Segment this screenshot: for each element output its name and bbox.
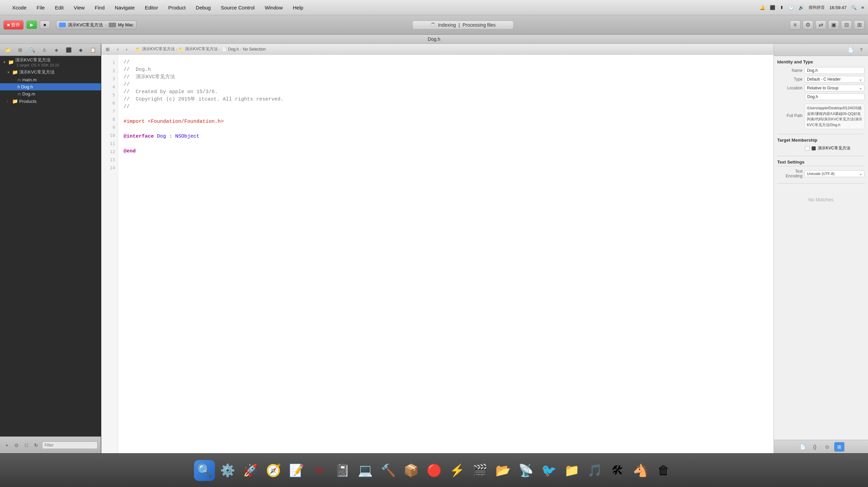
project-subtitle: 1 target, OS X SDK 10.10	[17, 63, 59, 67]
sidebar-warning-icon[interactable]: ⚠	[40, 46, 49, 54]
menu-item-window[interactable]: Window	[263, 4, 284, 11]
layout-button-3[interactable]: ⊞	[854, 20, 865, 30]
breadcrumb-file[interactable]: 📄 Dog.h	[222, 47, 239, 52]
sidebar-breakpoint-icon[interactable]: ◆	[77, 46, 85, 54]
group-demo-item[interactable]: ▼ 📁 演示KVC常见方法	[0, 68, 101, 76]
stop-button[interactable]: ■ 暂停	[3, 20, 24, 30]
sidebar-test-icon[interactable]: ◈	[52, 46, 60, 54]
airplay-icon[interactable]: ⬆	[780, 5, 784, 10]
line-num-7: 7	[101, 107, 118, 115]
type-select[interactable]: Default - C Header ⌄	[805, 76, 865, 83]
menu-item-edit[interactable]: Edit	[53, 4, 66, 11]
dock-item-18[interactable]: 🛠	[607, 460, 628, 481]
search-icon[interactable]: 🔍	[851, 5, 857, 10]
sidebar-report-icon[interactable]: 📋	[89, 46, 97, 54]
project-arrow: ▼	[3, 60, 7, 64]
dock-itunes[interactable]: 🎵	[584, 460, 605, 481]
menu-item-view[interactable]: View	[72, 4, 87, 11]
code-editor[interactable]: 1 2 3 4 5 6 7 8 9 10 11 12 13 14	[101, 55, 774, 453]
dock-item-9[interactable]: 📦	[401, 460, 422, 481]
build-stop-button[interactable]: ■	[40, 21, 50, 29]
add-file-button[interactable]: +	[3, 441, 10, 449]
layout-button-1[interactable]: ▣	[828, 20, 839, 30]
dock-item-12[interactable]: 🎬	[469, 460, 490, 481]
file-dog-m-item[interactable]: › m Dog.m	[0, 90, 101, 97]
breadcrumb-no-selection-label: No Selection	[243, 47, 266, 52]
name-value[interactable]: Dog.h	[805, 67, 865, 74]
run-button[interactable]: ▶	[26, 21, 37, 29]
forward-button[interactable]: ›	[123, 46, 130, 53]
debug-toggle-button[interactable]: ⚙	[803, 20, 813, 30]
menu-item-source-control[interactable]: Source Control	[219, 4, 256, 11]
menu-item-product[interactable]: Product	[166, 4, 188, 11]
dock-item-13[interactable]: 📂	[492, 460, 513, 481]
dock-finder[interactable]: 🔍	[194, 460, 215, 481]
time-machine-icon[interactable]: 🕐	[788, 5, 794, 10]
group-products-item[interactable]: › 📁 Products	[0, 97, 101, 105]
dock-notes[interactable]: 📝	[286, 460, 307, 481]
code-line-3: // 演示KVC常见方法	[124, 74, 175, 80]
location-select[interactable]: Relative to Group ⌄	[805, 85, 865, 91]
layout-button-2[interactable]: ⊟	[841, 20, 852, 30]
dock-safari[interactable]: 🧭	[263, 460, 284, 481]
sidebar-debug-icon[interactable]: ⬛	[64, 46, 73, 54]
sidebar-header: 📁 ⊞ 🔍 ⚠ ◈ ⬛ ◆ 📋	[0, 44, 101, 56]
sidebar-folder-icon[interactable]: 📁	[4, 46, 12, 54]
inspector-tab-quick-help[interactable]: ⊙	[822, 442, 832, 452]
control-panel-icon[interactable]: ≡	[861, 5, 864, 10]
project-root-item[interactable]: ▼ 📁 演示KVC常见方法 1 target, OS X SDK 10.10	[0, 56, 101, 68]
inspector-tab-code[interactable]: {}	[810, 442, 820, 452]
dock-item-11[interactable]: ⚡	[446, 460, 467, 481]
breadcrumb-no-selection[interactable]: No Selection	[243, 47, 266, 52]
screen-record-icon[interactable]: ⬛	[770, 5, 775, 10]
back-button[interactable]: ‹	[114, 46, 121, 53]
dock-launchpad[interactable]: 🚀	[240, 460, 261, 481]
sidebar-search-icon[interactable]: 🔍	[28, 46, 36, 54]
dock-onenote[interactable]: 📓	[332, 460, 353, 481]
inspector-file-icon[interactable]: 📄	[846, 46, 855, 54]
menu-item-xcode[interactable]: Xcode	[10, 4, 29, 11]
text-encoding-select[interactable]: Unicode (UTF-8) ⌄	[805, 170, 865, 177]
menu-item-editor[interactable]: Editor	[143, 4, 160, 11]
dock-files[interactable]: 📁	[561, 460, 582, 481]
inspector-tab-file[interactable]: 📄	[798, 442, 808, 452]
content-area: 📁 ⊞ 🔍 ⚠ ◈ ⬛ ◆ 📋 ▼ 📁 演示KVC常见方法	[0, 44, 868, 453]
code-content[interactable]: // // Dog.h // 演示KVC常见方法 // // Created b…	[118, 55, 774, 453]
dock-filezilla[interactable]: 📡	[515, 460, 536, 481]
sidebar-source-icon[interactable]: ⊞	[16, 46, 24, 54]
dock-item-10[interactable]: 🔴	[424, 460, 444, 481]
code-line-13: @end	[124, 148, 136, 154]
menu-item-file[interactable]: File	[35, 4, 47, 11]
dock-terminal[interactable]: 💻	[355, 460, 376, 481]
cycle-button[interactable]: ↻	[32, 441, 39, 449]
inspector-tab-history[interactable]: ⊞	[834, 442, 844, 452]
dock-trash[interactable]: 🗑	[653, 460, 674, 481]
dock-xcode[interactable]: 🔨	[378, 460, 399, 481]
dock-item-15[interactable]: 🐦	[538, 460, 559, 481]
menu-item-navigate[interactable]: Navigate	[113, 4, 137, 11]
dock-cut[interactable]: ✂	[309, 460, 330, 481]
target-checkbox[interactable]	[805, 146, 810, 151]
file-main-m-item[interactable]: › m main.m	[0, 76, 101, 83]
dock-preferences[interactable]: ⚙️	[217, 460, 238, 481]
sidebar-filter-input[interactable]	[42, 441, 98, 449]
history-button[interactable]: ⊙	[13, 441, 20, 449]
scheme-selector[interactable]: 演示KVC常见方法 › My Mac	[56, 21, 137, 29]
text-settings-title: Text Settings	[777, 160, 865, 166]
menu-item-help[interactable]: Help	[291, 4, 305, 11]
bookmark-button[interactable]: □	[23, 441, 30, 449]
breadcrumb-group[interactable]: 📁 演示KVC常见方法	[179, 46, 218, 52]
notification-icon[interactable]: 🔔	[760, 5, 765, 10]
menu-item-debug[interactable]: Debug	[194, 4, 213, 11]
full-path-value: /Users/apple/Desktop/0124iOS就业班/课程内容/UI基…	[805, 104, 865, 129]
dock-item-19[interactable]: 🐴	[630, 460, 651, 481]
grid-view-button[interactable]: ⊞	[104, 46, 111, 53]
volume-icon[interactable]: 🔊	[798, 5, 804, 10]
breadcrumb-project[interactable]: 📁 演示KVC常见方法	[136, 46, 175, 52]
file-dog-h-item[interactable]: › h Dog.h	[0, 83, 101, 90]
navigator-toggle-button[interactable]: ≡	[790, 20, 801, 30]
divider-2	[777, 156, 865, 156]
menu-item-find[interactable]: Find	[93, 4, 107, 11]
inspector-help-icon[interactable]: ?	[857, 46, 865, 54]
assistant-toggle-button[interactable]: ⇄	[815, 20, 826, 30]
